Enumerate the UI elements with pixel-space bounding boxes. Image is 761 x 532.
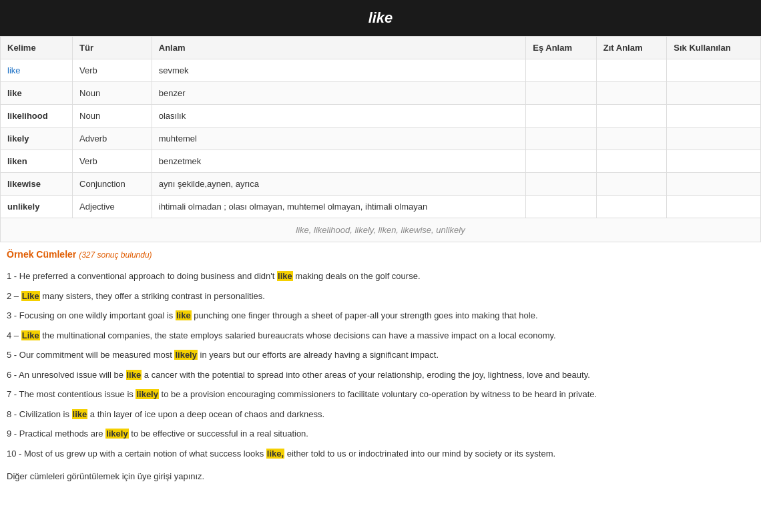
example-after: a cancer with the potential to spread in… — [142, 370, 590, 380]
example-highlight: likely — [136, 389, 159, 399]
example-before: - Most of us grew up with a certain noti… — [16, 449, 266, 459]
example-after: in years but our efforts are already hav… — [198, 350, 439, 360]
col-header-synonym: Eş Anlam — [526, 37, 597, 59]
example-highlight: Like — [21, 291, 40, 301]
examples-section: Örnek Cümleler (327 sonuç bulundu) 1 - H… — [0, 242, 761, 463]
cell-word: like — [1, 82, 73, 105]
footer-note: Diğer cümleleri görüntülemek için üye gi… — [0, 463, 761, 488]
cell-meaning: muhtemel — [152, 127, 525, 150]
cell-synonym — [526, 59, 597, 82]
list-item: 1 - He preferred a conventional approach… — [7, 266, 754, 286]
cell-antonym — [596, 150, 667, 173]
cell-common — [667, 127, 761, 150]
example-before: - Civilization is — [11, 409, 71, 419]
cell-word: liken — [1, 150, 73, 173]
dictionary-table: Kelime Tür Anlam Eş Anlam Zıt Anlam Sık … — [0, 36, 761, 218]
example-after: the multinational companies, the state e… — [40, 330, 556, 340]
cell-antonym — [596, 59, 667, 82]
cell-antonym — [596, 127, 667, 150]
example-highlight: like — [126, 370, 142, 380]
word-text: liken — [7, 156, 27, 166]
example-before: - Focusing on one wildly important goal … — [11, 310, 176, 320]
example-after: to be effective or successful in a real … — [129, 429, 308, 439]
example-after: to be a provision encouraging commission… — [159, 389, 597, 399]
cell-type: Noun — [73, 105, 152, 127]
example-number: 10 — [7, 449, 16, 459]
cell-antonym — [596, 173, 667, 196]
cell-common — [667, 105, 761, 127]
list-item: 5 - Our commitment will be measured most… — [7, 345, 754, 365]
example-after: either told to us or indoctrinated into … — [284, 449, 555, 459]
list-item: 10 - Most of us grew up with a certain n… — [7, 444, 754, 464]
list-item: 9 - Practical methods are likely to be e… — [7, 424, 754, 444]
example-highlight: like — [72, 409, 88, 419]
col-header-common: Sık Kullanılan — [667, 37, 761, 59]
cell-word: likely — [1, 127, 73, 150]
example-before: - He preferred a conventional approach t… — [11, 271, 277, 281]
word-link[interactable]: like — [7, 65, 21, 75]
example-highlight: like — [277, 271, 293, 281]
cell-synonym — [526, 173, 597, 196]
example-list: 1 - He preferred a conventional approach… — [7, 266, 754, 463]
page-title: like — [368, 9, 393, 26]
cell-meaning: olasılık — [152, 105, 525, 127]
examples-label: Örnek Cümleler — [7, 249, 76, 260]
cell-antonym — [596, 82, 667, 105]
cell-type: Verb — [73, 59, 152, 82]
example-before: - Our commitment will be measured most — [11, 350, 174, 360]
example-before: – — [11, 330, 21, 340]
col-header-meaning: Anlam — [152, 37, 525, 59]
cell-common — [667, 196, 761, 218]
cell-common — [667, 173, 761, 196]
cell-antonym — [596, 105, 667, 127]
related-words: like, likelihood, likely, liken, likewis… — [0, 218, 761, 242]
example-highlight: Like — [21, 330, 40, 340]
cell-type: Adjective — [73, 196, 152, 218]
examples-count: (327 sonuç bulundu) — [79, 250, 152, 260]
example-after: punching one finger through a sheet of p… — [192, 310, 538, 320]
cell-synonym — [526, 105, 597, 127]
cell-type: Conjunction — [73, 173, 152, 196]
word-text: likelihood — [7, 111, 48, 121]
example-highlight: like — [176, 310, 192, 320]
list-item: 2 – Like many sisters, they offer a stri… — [7, 286, 754, 306]
cell-meaning: sevmek — [152, 59, 525, 82]
example-after: a thin layer of ice upon a deep ocean of… — [87, 409, 324, 419]
cell-type: Noun — [73, 82, 152, 105]
cell-common — [667, 150, 761, 173]
example-before: – — [11, 291, 21, 301]
cell-meaning: ihtimali olmadan ; olası olmayan, muhtem… — [152, 196, 525, 218]
header: like — [0, 0, 761, 36]
table-row: unlikelyAdjectiveihtimali olmadan ; olas… — [1, 196, 761, 218]
example-highlight: likely — [174, 350, 198, 360]
table-row: likenVerbbenzetmek — [1, 150, 761, 173]
table-row: likewiseConjunctionaynı şekilde,aynen, a… — [1, 173, 761, 196]
list-item: 3 - Focusing on one wildly important goa… — [7, 306, 754, 326]
col-header-word: Kelime — [1, 37, 73, 59]
cell-common — [667, 59, 761, 82]
list-item: 4 – Like the multinational companies, th… — [7, 326, 754, 346]
word-text: unlikely — [7, 202, 39, 212]
cell-synonym — [526, 150, 597, 173]
cell-common — [667, 82, 761, 105]
cell-word: likewise — [1, 173, 73, 196]
cell-word: likelihood — [1, 105, 73, 127]
example-before: - Practical methods are — [11, 429, 105, 439]
word-text: like — [7, 88, 22, 98]
cell-word[interactable]: like — [1, 59, 73, 82]
cell-meaning: aynı şekilde,aynen, ayrıca — [152, 173, 525, 196]
table-row: likeVerbsevmek — [1, 59, 761, 82]
cell-synonym — [526, 127, 597, 150]
example-before: - An unresolved issue will be — [11, 370, 125, 380]
cell-synonym — [526, 82, 597, 105]
word-text: likely — [7, 134, 29, 144]
table-row: likelihoodNounolasılık — [1, 105, 761, 127]
col-header-type: Tür — [73, 37, 152, 59]
cell-antonym — [596, 196, 667, 218]
list-item: 8 - Civilization is like a thin layer of… — [7, 405, 754, 425]
example-after: making deals on the golf course. — [293, 271, 421, 281]
cell-synonym — [526, 196, 597, 218]
cell-meaning: benzer — [152, 82, 525, 105]
cell-word: unlikely — [1, 196, 73, 218]
col-header-antonym: Zıt Anlam — [596, 37, 667, 59]
